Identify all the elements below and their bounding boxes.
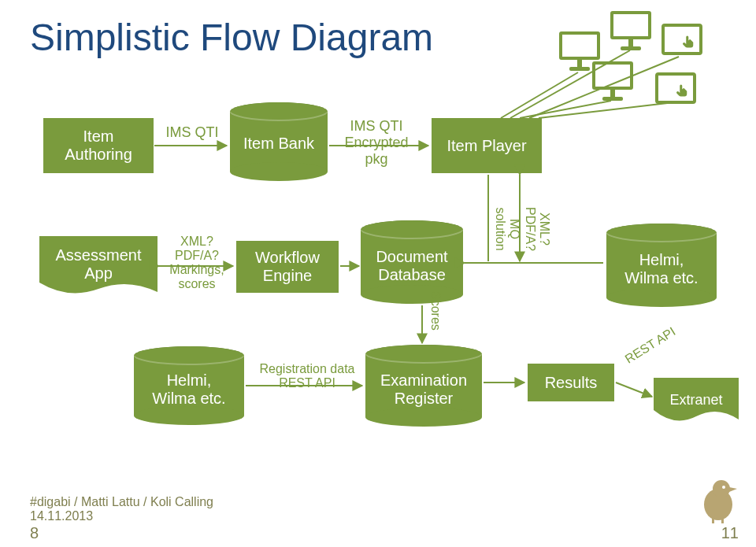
page-number-left: 8: [30, 524, 39, 542]
svg-rect-18: [712, 519, 714, 523]
node-label: WorkflowEngine: [255, 249, 320, 285]
footer-line2: 14.11.2013: [30, 509, 213, 523]
node-item-player: Item Player: [432, 118, 542, 173]
svg-line-2: [501, 72, 578, 118]
node-label: ExaminationRegister: [365, 371, 482, 408]
node-label: Results: [545, 374, 598, 392]
node-results: Results: [528, 364, 614, 401]
node-document-database: DocumentDatabase: [361, 220, 463, 304]
footer: #digabi / Matti Lattu / Koli Calling 14.…: [30, 495, 213, 523]
svg-line-15: [616, 383, 652, 397]
node-label: Helmi,Wilma etc.: [606, 251, 717, 287]
slide: Simplistic Flow Diagram ItemAuthoring IM…: [0, 0, 756, 547]
node-label: AssessmentApp: [39, 246, 158, 283]
node-label: DocumentDatabase: [361, 248, 463, 284]
tablet-icon: [655, 72, 696, 104]
svg-point-17: [713, 480, 730, 497]
node-exam-register: ExaminationRegister: [365, 345, 482, 427]
node-label: ItemAuthoring: [65, 128, 132, 164]
svg-point-20: [722, 486, 725, 489]
node-helmi-right: Helmi,Wilma etc.: [606, 224, 717, 307]
edge-label-xml-marks: XML?PDF/A?Markings,scores: [165, 235, 228, 291]
node-item-bank: Item Bank: [230, 102, 328, 181]
edge-label-xml-pdfa: XML?PDF/A?: [523, 201, 551, 257]
monitor-icon: [610, 11, 651, 50]
tablet-icon: [662, 24, 702, 55]
svg-rect-19: [721, 519, 724, 523]
node-workflow-engine: WorkflowEngine: [236, 241, 339, 293]
page-number-right: 11: [721, 524, 739, 542]
bird-icon: [698, 476, 739, 523]
node-extranet: Extranet: [654, 378, 739, 427]
node-label: Item Bank: [230, 135, 328, 153]
edge-label-rest-api: REST API: [623, 324, 678, 366]
node-label: Extranet: [654, 392, 739, 408]
touch-icon: [676, 83, 690, 98]
node-item-authoring: ItemAuthoring: [43, 118, 154, 173]
edge-label-ims-qti: IMS QTI: [161, 124, 224, 141]
node-helmi-left: Helmi,Wilma etc.: [134, 346, 244, 425]
footer-line1: #digabi / Matti Lattu / Koli Calling: [30, 495, 213, 508]
touch-icon: [682, 35, 696, 49]
edge-label-ims-qti-pkg: IMS QTIEncryptedpkg: [337, 118, 416, 168]
edge-label-scores: Scores: [428, 291, 443, 331]
node-assessment-app: AssessmentApp: [39, 236, 158, 299]
edge-label-mq: MQsolution: [493, 201, 521, 257]
svg-line-6: [539, 102, 674, 118]
edge-label-reg-data: Registration dataREST API: [252, 362, 362, 390]
node-label: Item Player: [447, 137, 526, 155]
slide-title: Simplistic Flow Diagram: [30, 16, 433, 59]
node-label: Helmi,Wilma etc.: [134, 371, 244, 408]
monitor-icon: [592, 61, 633, 101]
svg-line-4: [520, 101, 611, 118]
